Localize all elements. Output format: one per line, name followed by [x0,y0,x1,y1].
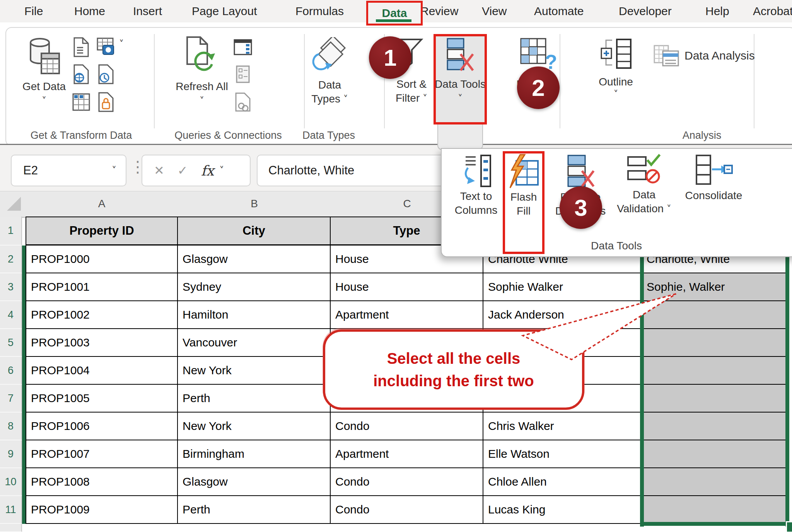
row-header-1[interactable]: 1 [0,217,22,246]
from-table-range-button[interactable] [70,90,92,114]
cell[interactable]: PROP1008 [26,468,178,496]
data-analysis-button[interactable]: Data Analysis [654,43,781,68]
cell[interactable]: New York [178,357,331,385]
row-header[interactable]: 7 [0,385,22,413]
existing-connections-button[interactable] [95,90,117,114]
row-header[interactable]: 2 [0,246,22,273]
row-header[interactable]: 8 [0,413,22,440]
cell[interactable]: PROP1006 [26,413,178,440]
cell[interactable]: PROP1003 [26,329,178,357]
cancel-icon[interactable]: ✕ [154,163,164,178]
cell[interactable]: Apartment [331,440,483,468]
data-types-button[interactable]: Data Types ˅ [306,37,354,106]
cell[interactable] [642,440,789,468]
tab-file[interactable]: File [24,0,43,22]
row-header-partial[interactable] [0,524,22,532]
column-header-a[interactable]: A [26,191,178,216]
cell[interactable]: Vancouver [178,329,331,357]
cell[interactable]: PROP1005 [26,385,178,413]
cell-a1[interactable]: Property ID [26,217,178,246]
name-box[interactable]: E2 ˅ [11,155,126,186]
cell[interactable]: Glasgow [178,468,331,496]
data-validation-button[interactable]: Data Validation ˅ [614,154,674,216]
annotation-badge-1: 1 [369,36,411,79]
tab-data[interactable]: Data [382,7,407,20]
column-header-b[interactable]: B [178,191,331,216]
cell[interactable]: Perth [178,496,331,524]
database-icon [27,36,61,77]
enter-icon[interactable]: ✓ [178,163,188,178]
tab-page-layout[interactable]: Page Layout [192,0,257,22]
from-text-file-button[interactable] [70,36,92,59]
tab-help[interactable]: Help [705,0,729,22]
cell[interactable]: New York [178,413,331,440]
tab-automate[interactable]: Automate [534,0,584,22]
data-validation-label: Data Validation [617,189,664,215]
cell[interactable] [642,496,789,524]
tab-developer[interactable]: Developer [619,0,672,22]
fill-handle[interactable] [786,521,792,532]
cell[interactable]: PROP1007 [26,440,178,468]
select-all-button[interactable] [7,197,21,211]
tab-home[interactable]: Home [74,0,105,22]
cell[interactable]: Chloe Allen [483,468,642,496]
cell[interactable]: Glasgow [178,246,331,273]
text-to-columns-button[interactable]: Text to Columns [448,154,504,217]
row-header[interactable]: 6 [0,357,22,385]
consolidate-button[interactable]: Consolidate [676,154,751,203]
get-data-button[interactable]: Get Data ˅ [22,36,67,108]
tab-insert[interactable]: Insert [133,0,162,22]
cell[interactable]: PROP1000 [26,246,178,273]
cell[interactable]: PROP1009 [26,496,178,524]
table-icon [72,93,90,111]
cell[interactable]: Hamilton [178,301,331,329]
cell[interactable]: PROP1001 [26,273,178,301]
cell[interactable]: Sophie Walker [483,273,642,301]
cell[interactable]: PROP1004 [26,357,178,385]
tab-review[interactable]: Review [420,0,458,22]
from-web-button[interactable] [70,63,92,86]
outline-button[interactable]: Outline ˅ [592,37,640,100]
refresh-all-button[interactable]: Refresh All ˅ [175,36,229,108]
tab-acrobat[interactable]: Acrobat [753,0,792,22]
cell[interactable]: Jack Anderson [483,301,642,329]
cell[interactable] [642,357,789,385]
cell-b1[interactable]: City [178,217,331,246]
cell[interactable]: Lucas King [483,496,642,524]
queries-connections-button[interactable] [232,36,254,59]
cell[interactable]: Elle Watson [483,440,642,468]
cell[interactable] [642,468,789,496]
tab-formulas[interactable]: Formulas [295,0,344,22]
cell[interactable] [642,329,789,357]
cell[interactable]: Sydney [178,273,331,301]
edit-links-button[interactable] [232,90,254,114]
cell[interactable]: Perth [178,385,331,413]
cell[interactable] [642,385,789,413]
cell[interactable]: Condo [331,468,483,496]
from-picture-button[interactable] [95,36,117,59]
cell[interactable] [642,413,789,440]
chevron-down-icon[interactable]: ˅ [119,39,124,49]
tab-view[interactable]: View [482,0,507,22]
row-header[interactable]: 10 [0,468,22,496]
row-header[interactable]: 5 [0,329,22,357]
row-header[interactable]: 4 [0,301,22,329]
recent-sources-button[interactable] [95,63,117,86]
chevron-down-icon[interactable]: ˅ [219,165,224,176]
cell[interactable] [642,301,789,329]
text-file-icon [73,37,90,58]
cell[interactable]: Condo [331,496,483,524]
cell[interactable]: Chris Walker [483,413,642,440]
cell[interactable]: Birmingham [178,440,331,468]
row-header[interactable]: 9 [0,440,22,468]
properties-button[interactable] [232,63,254,86]
cell[interactable]: PROP1002 [26,301,178,329]
cell[interactable]: House [331,273,483,301]
insert-function-icon[interactable]: fx [201,163,214,179]
cell[interactable]: Condo [331,413,483,440]
cell[interactable]: Sophie, Walker [642,273,789,301]
row-header[interactable]: 3 [0,273,22,301]
chevron-down-icon[interactable]: ˅ [112,165,116,176]
cell[interactable]: Apartment [331,301,483,329]
row-header[interactable]: 11 [0,496,22,524]
